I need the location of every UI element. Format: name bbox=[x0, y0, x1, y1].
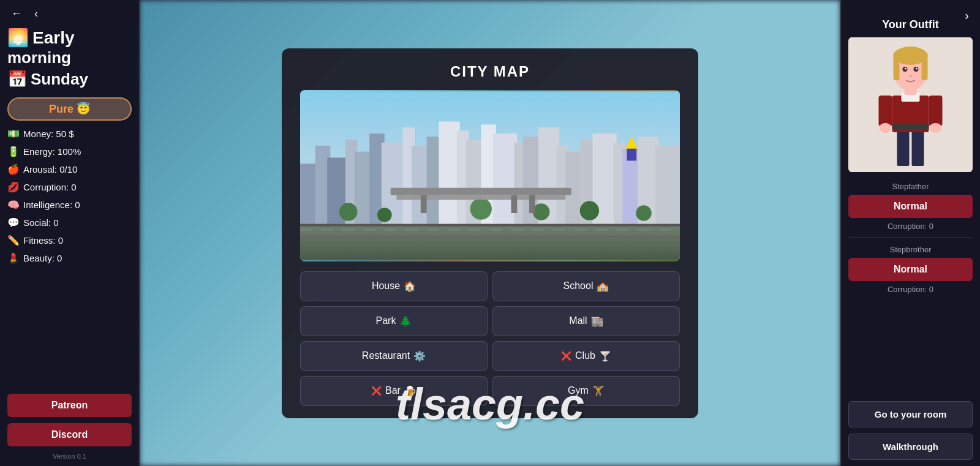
svg-rect-12 bbox=[439, 121, 459, 224]
divider bbox=[848, 237, 973, 238]
svg-rect-41 bbox=[421, 195, 427, 213]
school-icon: 🏫 bbox=[597, 280, 609, 292]
svg-rect-30 bbox=[300, 224, 680, 226]
stat-energy: 🔋 Energy: 100% bbox=[7, 145, 132, 159]
stepfather-status-button[interactable]: Normal bbox=[848, 195, 973, 218]
main-content: CITY MAP bbox=[140, 0, 840, 466]
club-lock-icon: ❌ bbox=[561, 351, 571, 361]
arousal-icon: 🍎 bbox=[7, 163, 20, 175]
location-mall[interactable]: Mall 🏬 bbox=[492, 306, 680, 336]
house-label: House bbox=[372, 280, 400, 291]
stepfather-label: Stepfather bbox=[848, 182, 973, 191]
svg-rect-62 bbox=[892, 124, 929, 129]
svg-point-60 bbox=[905, 68, 907, 70]
svg-point-38 bbox=[636, 205, 652, 221]
svg-point-37 bbox=[580, 201, 599, 220]
location-park[interactable]: Park 🌲 bbox=[300, 306, 488, 336]
energy-icon: 🔋 bbox=[7, 146, 20, 157]
svg-point-34 bbox=[377, 208, 392, 222]
city-map-panel: CITY MAP bbox=[282, 48, 698, 418]
svg-rect-49 bbox=[879, 96, 892, 126]
arousal-value: Arousal: 0/10 bbox=[23, 164, 77, 175]
svg-point-51 bbox=[880, 123, 892, 133]
svg-point-36 bbox=[533, 203, 550, 220]
svg-rect-27 bbox=[656, 145, 680, 224]
outfit-title: Your Outfit bbox=[848, 18, 973, 31]
forward-arrow-right[interactable]: › bbox=[961, 7, 973, 24]
fitness-value: Fitness: 0 bbox=[23, 235, 63, 246]
svg-rect-57 bbox=[922, 53, 928, 80]
stat-money: 💵 Money: 50 $ bbox=[7, 127, 132, 141]
time-label: 🌅 Early bbox=[7, 28, 132, 48]
location-restaurant[interactable]: Restaurant ⚙️ bbox=[300, 341, 488, 371]
day-text: Sunday bbox=[31, 70, 88, 89]
svg-point-33 bbox=[339, 203, 358, 221]
stepbrother-corruption: Corruption: 0 bbox=[848, 285, 973, 294]
svg-rect-42 bbox=[511, 195, 517, 213]
calendar-icon: 📅 bbox=[7, 70, 27, 89]
beauty-icon: 💄 bbox=[7, 252, 20, 264]
mall-label: Mall bbox=[569, 315, 587, 326]
sunrise-icon: 🌅 bbox=[7, 28, 29, 48]
social-icon: 💬 bbox=[7, 217, 20, 228]
corruption-value: Corruption: 0 bbox=[23, 182, 77, 192]
walkthrough-button[interactable]: Walkthrough bbox=[848, 434, 973, 460]
school-label: School bbox=[564, 280, 594, 291]
fitness-icon: ✏️ bbox=[7, 235, 20, 246]
stat-fitness: ✏️ Fitness: 0 bbox=[7, 233, 132, 247]
location-school[interactable]: School 🏫 bbox=[492, 271, 680, 301]
version-text: Version 0.1 bbox=[7, 453, 132, 460]
energy-value: Energy: 100% bbox=[23, 146, 81, 157]
purity-badge: Pure 😇 bbox=[7, 97, 132, 121]
corruption-icon: 💋 bbox=[7, 181, 20, 193]
stepfather-corruption: Corruption: 0 bbox=[848, 222, 973, 231]
club-icon: 🍸 bbox=[599, 350, 611, 362]
patreon-button[interactable]: Patreon bbox=[7, 394, 132, 417]
svg-rect-29 bbox=[627, 148, 636, 160]
city-map-title: CITY MAP bbox=[300, 63, 680, 80]
club-label: Club bbox=[575, 350, 595, 361]
stat-corruption: 💋 Corruption: 0 bbox=[7, 180, 132, 194]
stat-beauty: 💄 Beauty: 0 bbox=[7, 251, 132, 265]
restaurant-label: Restaurant bbox=[362, 350, 410, 361]
money-icon: 💵 bbox=[7, 128, 20, 140]
nav-arrows: ← ‹ bbox=[7, 6, 132, 21]
intelligence-value: Intelligence: 0 bbox=[23, 200, 80, 210]
stepbrother-label: Stepbrother bbox=[848, 245, 973, 254]
discord-button[interactable]: Discord bbox=[7, 423, 132, 446]
beauty-value: Beauty: 0 bbox=[23, 253, 62, 263]
watermark: tlsacg.cc bbox=[396, 379, 584, 429]
svg-rect-56 bbox=[894, 53, 900, 80]
svg-rect-43 bbox=[529, 195, 535, 213]
time-of-day-text: Early bbox=[32, 28, 75, 48]
social-value: Social: 0 bbox=[23, 217, 59, 228]
intelligence-icon: 🧠 bbox=[7, 199, 20, 211]
sidebar-right: › Your Outfit bbox=[840, 0, 980, 466]
outfit-image bbox=[848, 37, 973, 172]
time-section: 🌅 Early morning 📅 Sunday bbox=[7, 28, 132, 89]
mall-icon: 🏬 bbox=[591, 315, 603, 327]
svg-point-52 bbox=[930, 123, 942, 133]
stat-intelligence: 🧠 Intelligence: 0 bbox=[7, 198, 132, 212]
park-label: Park bbox=[376, 315, 396, 326]
back-arrow[interactable]: ← bbox=[7, 6, 26, 21]
svg-rect-50 bbox=[929, 96, 943, 126]
svg-rect-31 bbox=[300, 236, 680, 238]
location-house[interactable]: House 🏠 bbox=[300, 271, 488, 301]
city-map-image bbox=[300, 90, 680, 261]
stat-arousal: 🍎 Arousal: 0/10 bbox=[7, 162, 132, 176]
morning-label: morning bbox=[7, 48, 71, 67]
location-club[interactable]: ❌ Club 🍸 bbox=[492, 341, 680, 371]
day-label: 📅 Sunday bbox=[7, 70, 132, 89]
sidebar-left: ← ‹ 🌅 Early morning 📅 Sunday Pure 😇 💵 Mo… bbox=[0, 0, 140, 466]
money-value: Money: 50 $ bbox=[23, 129, 74, 139]
stepbrother-status-button[interactable]: Normal bbox=[848, 258, 973, 281]
svg-point-61 bbox=[916, 68, 918, 70]
forward-arrow-left[interactable]: ‹ bbox=[31, 6, 42, 21]
goto-room-button[interactable]: Go to your room bbox=[848, 401, 973, 427]
svg-point-35 bbox=[470, 198, 492, 219]
morning-text: morning bbox=[7, 48, 132, 67]
bar-lock-icon: ❌ bbox=[371, 386, 382, 396]
house-icon: 🏠 bbox=[404, 280, 416, 292]
gym-icon: 🏋️ bbox=[592, 385, 605, 397]
